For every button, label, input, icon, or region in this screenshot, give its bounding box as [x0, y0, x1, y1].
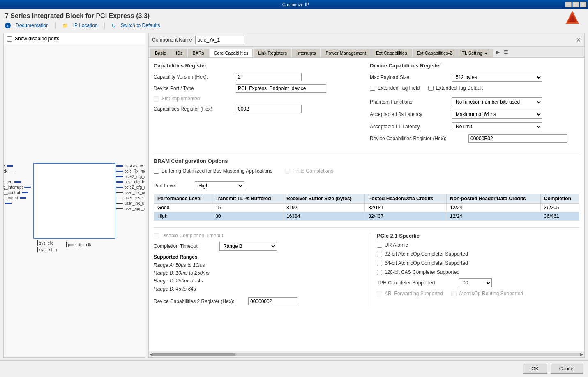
table-row-high: High 30 16384 32/437 12/24 36/461	[154, 212, 579, 221]
device-port-type-input[interactable]	[236, 84, 326, 93]
port-pcie2-pl-wire	[5, 203, 12, 204]
row-good-level: Good	[154, 204, 212, 212]
phantom-functions-select[interactable]: No function number bits used 1 function …	[452, 97, 542, 106]
perf-level-select[interactable]: High Good	[195, 181, 244, 190]
extended-tag-row: Extended Tag Field Extended Tag Default	[370, 85, 579, 94]
port-pcie2-cfg-err-wire	[14, 181, 21, 183]
component-name-bar: Component Name pcie_7x_1 ✕	[149, 33, 584, 47]
documentation-icon[interactable]: i	[5, 23, 11, 28]
close-button[interactable]: ✕	[580, 2, 586, 7]
documentation-link[interactable]: Documentation	[16, 23, 49, 28]
scrollbar-track[interactable]	[153, 353, 580, 356]
capabilities-reg-hex-input[interactable]	[236, 105, 302, 113]
port-pcie2-cfg-status: pcie2_cfg_status +	[116, 174, 145, 179]
acceptable-l1-row: Acceptable L1 Latency No limit	[370, 122, 579, 131]
row-high-non-posted: 12/24	[446, 212, 540, 221]
port-s-axis-tx-label: s_axis_tx	[4, 164, 5, 168]
bram-checkboxes: Buffering Optimized for Bus Mastering Ap…	[154, 168, 579, 177]
tab-scroll-right[interactable]: ▶	[493, 48, 502, 57]
tab-ext-capabilities[interactable]: Ext Capabilities	[371, 49, 412, 57]
tab-bars[interactable]: BARs	[188, 49, 208, 57]
row-high-buffer: 16384	[283, 212, 364, 221]
port-s-axis-tx-wire	[7, 165, 13, 167]
show-disabled-label: Show disabled ports	[15, 36, 59, 42]
pcie-specific-title: PCIe 2.1 Specific	[377, 233, 579, 239]
port-pcie2-cfg-msg-rcvd-wire	[116, 187, 123, 188]
atomic-64bit-checkbox[interactable]	[377, 261, 382, 266]
port-user-lnk-up-wire	[116, 203, 123, 204]
buffering-optimized-checkbox[interactable]	[154, 169, 159, 174]
row-high-level: High	[154, 212, 212, 221]
component-name-input[interactable]: pcie_7x_1	[195, 36, 244, 44]
port-pcie2-cfg-msg-rcvd-label: pcie2_cfg_msg_rcvd	[125, 185, 145, 190]
range-b: Range B: 10ms to 250ms	[154, 269, 363, 277]
port-user-lnk-up-label: user_lnk_up	[125, 201, 145, 206]
maximize-button[interactable]: □	[572, 2, 579, 7]
dev-cap2-input[interactable]	[248, 297, 297, 305]
bottom-bar: OK Cancel	[0, 360, 588, 377]
tab-interrupts[interactable]: Interrupts	[292, 49, 320, 57]
row-good-non-posted: 12/24	[446, 204, 540, 212]
ip-location-link[interactable]: IP Location	[73, 23, 98, 28]
bottom-ports: sys_clk sys_rst_n	[37, 240, 57, 252]
finite-completions-checkbox	[285, 169, 290, 174]
scroll-left-btn[interactable]: ◀	[150, 352, 153, 356]
cancel-button[interactable]: Cancel	[551, 364, 583, 374]
switch-defaults-link[interactable]: Switch to Defaults	[121, 23, 160, 28]
horizontal-scrollbar[interactable]: ◀ ▶	[149, 351, 584, 357]
port-drp: + drp	[4, 174, 31, 179]
dev-cap-reg-hex-row: Device Capabilities Register (Hex):	[370, 134, 579, 143]
tab-link-registers[interactable]: Link Registers	[254, 49, 291, 57]
tab-menu-button[interactable]: ☰	[502, 48, 510, 57]
col-non-posted-credits: Non-posted Header/Data Credits	[446, 194, 540, 204]
row-high-tlps: 30	[212, 212, 283, 221]
minimize-button[interactable]: —	[565, 2, 572, 7]
atomic-32bit-checkbox[interactable]	[377, 252, 382, 257]
capabilities-register-title: Capabilities Register	[154, 62, 363, 69]
title-bar-title: Customize IP	[26, 2, 565, 7]
app-header: 7 Series Integrated Block for PCI Expres…	[0, 9, 588, 30]
row-good-posted: 32/181	[365, 204, 447, 212]
capability-version-input[interactable]	[236, 73, 302, 81]
port-pcie2-cfg-status-label: pcie2_cfg_status	[125, 174, 145, 179]
schematic-box	[33, 163, 115, 239]
port-user-app-rdy-wire	[116, 208, 123, 209]
port-sys-rst-n: sys_rst_n	[37, 247, 57, 252]
show-disabled-checkbox[interactable]	[7, 36, 12, 42]
port-pipe-clock: + pipe_clock	[4, 169, 31, 173]
port-pcie-cfg-fc-wire	[116, 181, 123, 183]
port-user-clk-out: user_clk_out +	[116, 190, 145, 195]
port-pcie2-cfg-msg-rcvd: pcie2_cfg_msg_rcvd +	[116, 185, 145, 190]
tab-content: Capabilities Register Capability Version…	[149, 58, 584, 351]
ok-button[interactable]: OK	[523, 364, 547, 374]
extended-tag-default-row: Extended Tag Default	[428, 85, 483, 91]
ari-atomicop-row: ARI Forwarding Supported AtomicOp Routin…	[377, 291, 579, 300]
show-disabled-row: Show disabled ports	[4, 33, 145, 44]
tph-completer-label: TPH Completer Supported	[377, 280, 459, 286]
ur-atomic-checkbox[interactable]	[377, 243, 382, 248]
capabilities-reg-hex-row: Capabilities Register (Hex):	[154, 105, 363, 113]
tab-basic[interactable]: Basic	[150, 49, 171, 57]
tab-tl-settings[interactable]: TL Setting ◄	[457, 49, 493, 57]
completion-timeout-select[interactable]: Range B Range A Range C Range D	[219, 242, 277, 251]
tph-completer-select[interactable]: 00 01 10 11	[459, 278, 492, 287]
atomic-128bit-checkbox[interactable]	[377, 270, 382, 275]
tab-core-capabilities[interactable]: Core Capabilities	[210, 49, 253, 58]
dev-cap-reg-hex-input[interactable]	[468, 134, 567, 143]
row-good-completion: 36/205	[540, 204, 579, 212]
port-pipe-clock-wire	[9, 171, 16, 171]
device-port-type-row: Device Port / Type	[154, 84, 363, 93]
dev-cap-reg-hex-label: Device Capabilities Register (Hex):	[370, 136, 468, 141]
extended-tag-default-checkbox[interactable]	[428, 86, 434, 91]
acceptable-l1-select[interactable]: No limit	[452, 122, 542, 131]
tab-ids[interactable]: IDs	[171, 49, 187, 57]
right-ports: m_axis_rx + pcie_7x_mgt + pcie2_cfg_stat…	[116, 164, 145, 211]
scrollbar-thumb[interactable]	[153, 353, 235, 356]
panel-close-button[interactable]: ✕	[576, 37, 581, 43]
scroll-right-btn[interactable]: ▶	[580, 352, 583, 356]
extended-tag-field-checkbox[interactable]	[370, 86, 375, 91]
acceptable-l0s-select[interactable]: Maximum of 64 ns No limit	[452, 110, 542, 119]
max-payload-select[interactable]: 512 bytes	[452, 73, 542, 82]
tab-ext-capabilities-2[interactable]: Ext Capabilities-2	[413, 49, 457, 57]
tab-power-management[interactable]: Power Management	[321, 49, 370, 57]
